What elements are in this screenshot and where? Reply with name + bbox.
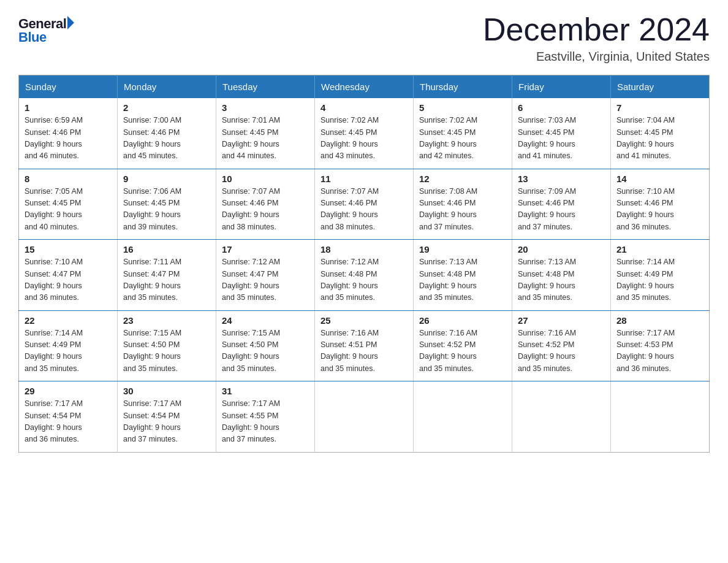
day-number: 25 (320, 315, 408, 326)
day-info: Sunrise: 7:16 AMSunset: 4:52 PMDaylight:… (518, 327, 605, 375)
calendar-day-cell: 18Sunrise: 7:12 AMSunset: 4:48 PMDayligh… (315, 240, 414, 311)
calendar-day-cell: 5Sunrise: 7:02 AMSunset: 4:45 PMDaylight… (414, 98, 512, 169)
day-info: Sunrise: 7:02 AMSunset: 4:45 PMDaylight:… (419, 115, 506, 163)
day-number: 19 (419, 244, 506, 255)
day-info: Sunrise: 7:14 AMSunset: 4:49 PMDaylight:… (616, 256, 703, 304)
day-number: 3 (222, 102, 309, 113)
page-header: General Blue December 2024 Eastville, Vi… (18, 12, 710, 64)
calendar-day-cell: 30Sunrise: 7:17 AMSunset: 4:54 PMDayligh… (118, 381, 216, 453)
logo-blue-text: Blue (18, 29, 47, 45)
day-info: Sunrise: 7:02 AMSunset: 4:45 PMDaylight:… (320, 115, 408, 163)
day-number: 4 (320, 102, 408, 113)
logo-arrow-icon (67, 16, 74, 29)
calendar-day-cell: 3Sunrise: 7:01 AMSunset: 4:45 PMDaylight… (216, 98, 315, 169)
day-number: 26 (419, 315, 506, 326)
calendar-day-cell: 27Sunrise: 7:16 AMSunset: 4:52 PMDayligh… (512, 310, 611, 381)
logo: General Blue (18, 12, 74, 45)
day-number: 21 (616, 244, 703, 255)
day-number: 30 (123, 386, 210, 396)
day-number: 20 (518, 244, 605, 255)
day-info: Sunrise: 7:07 AMSunset: 4:46 PMDaylight:… (222, 186, 309, 234)
weekday-header-row: SundayMondayTuesdayWednesdayThursdayFrid… (19, 75, 710, 99)
day-info: Sunrise: 7:09 AMSunset: 4:46 PMDaylight:… (518, 186, 605, 234)
calendar-day-cell: 16Sunrise: 7:11 AMSunset: 4:47 PMDayligh… (118, 240, 216, 311)
calendar-day-cell: 9Sunrise: 7:06 AMSunset: 4:45 PMDaylight… (118, 169, 216, 240)
calendar-day-cell: 21Sunrise: 7:14 AMSunset: 4:49 PMDayligh… (611, 240, 710, 311)
day-number: 2 (123, 102, 210, 113)
day-number: 10 (222, 174, 309, 184)
day-number: 29 (25, 386, 112, 396)
day-number: 7 (616, 102, 703, 113)
day-info: Sunrise: 7:05 AMSunset: 4:45 PMDaylight:… (25, 186, 112, 234)
day-number: 9 (123, 174, 210, 184)
calendar-day-cell: 1Sunrise: 6:59 AMSunset: 4:46 PMDaylight… (19, 98, 118, 169)
day-number: 5 (419, 102, 506, 113)
calendar-week-row: 15Sunrise: 7:10 AMSunset: 4:47 PMDayligh… (19, 240, 710, 311)
day-number: 23 (123, 315, 210, 326)
day-info: Sunrise: 7:13 AMSunset: 4:48 PMDaylight:… (518, 256, 605, 304)
weekday-header-wednesday: Wednesday (315, 75, 414, 99)
day-info: Sunrise: 6:59 AMSunset: 4:46 PMDaylight:… (25, 115, 112, 163)
calendar-week-row: 22Sunrise: 7:14 AMSunset: 4:49 PMDayligh… (19, 310, 710, 381)
calendar-day-cell: 4Sunrise: 7:02 AMSunset: 4:45 PMDaylight… (315, 98, 414, 169)
calendar-day-cell: 20Sunrise: 7:13 AMSunset: 4:48 PMDayligh… (512, 240, 611, 311)
day-number: 12 (419, 174, 506, 184)
calendar-day-cell: 15Sunrise: 7:10 AMSunset: 4:47 PMDayligh… (19, 240, 118, 311)
day-number: 11 (320, 174, 408, 184)
calendar-table: SundayMondayTuesdayWednesdayThursdayFrid… (18, 75, 710, 453)
day-number: 1 (25, 102, 112, 113)
day-number: 14 (616, 174, 703, 184)
day-info: Sunrise: 7:04 AMSunset: 4:45 PMDaylight:… (616, 115, 703, 163)
day-info: Sunrise: 7:06 AMSunset: 4:45 PMDaylight:… (123, 186, 210, 234)
calendar-day-cell: 7Sunrise: 7:04 AMSunset: 4:45 PMDaylight… (611, 98, 710, 169)
day-number: 16 (123, 244, 210, 255)
day-info: Sunrise: 7:14 AMSunset: 4:49 PMDaylight:… (25, 327, 112, 375)
calendar-day-cell: 12Sunrise: 7:08 AMSunset: 4:46 PMDayligh… (414, 169, 512, 240)
day-info: Sunrise: 7:12 AMSunset: 4:47 PMDaylight:… (222, 256, 309, 304)
calendar-empty-cell (512, 381, 611, 453)
calendar-empty-cell (414, 381, 512, 453)
day-number: 17 (222, 244, 309, 255)
day-info: Sunrise: 7:17 AMSunset: 4:54 PMDaylight:… (123, 398, 210, 446)
calendar-day-cell: 17Sunrise: 7:12 AMSunset: 4:47 PMDayligh… (216, 240, 315, 311)
day-info: Sunrise: 7:08 AMSunset: 4:46 PMDaylight:… (419, 186, 506, 234)
day-info: Sunrise: 7:17 AMSunset: 4:53 PMDaylight:… (616, 327, 703, 375)
day-number: 31 (222, 386, 309, 396)
weekday-header-tuesday: Tuesday (216, 75, 315, 99)
calendar-day-cell: 31Sunrise: 7:17 AMSunset: 4:55 PMDayligh… (216, 381, 315, 453)
calendar-day-cell: 25Sunrise: 7:16 AMSunset: 4:51 PMDayligh… (315, 310, 414, 381)
calendar-day-cell: 6Sunrise: 7:03 AMSunset: 4:45 PMDaylight… (512, 98, 611, 169)
day-number: 13 (518, 174, 605, 184)
calendar-day-cell: 11Sunrise: 7:07 AMSunset: 4:46 PMDayligh… (315, 169, 414, 240)
title-block: December 2024 Eastville, Virginia, Unite… (483, 12, 710, 64)
day-number: 28 (616, 315, 703, 326)
calendar-week-row: 29Sunrise: 7:17 AMSunset: 4:54 PMDayligh… (19, 381, 710, 453)
calendar-day-cell: 13Sunrise: 7:09 AMSunset: 4:46 PMDayligh… (512, 169, 611, 240)
calendar-day-cell: 22Sunrise: 7:14 AMSunset: 4:49 PMDayligh… (19, 310, 118, 381)
calendar-empty-cell (611, 381, 710, 453)
weekday-header-saturday: Saturday (611, 75, 710, 99)
calendar-day-cell: 24Sunrise: 7:15 AMSunset: 4:50 PMDayligh… (216, 310, 315, 381)
weekday-header-monday: Monday (118, 75, 216, 99)
location-subtitle: Eastville, Virginia, United States (483, 50, 710, 64)
day-info: Sunrise: 7:03 AMSunset: 4:45 PMDaylight:… (518, 115, 605, 163)
day-number: 27 (518, 315, 605, 326)
day-info: Sunrise: 7:10 AMSunset: 4:46 PMDaylight:… (616, 186, 703, 234)
day-info: Sunrise: 7:16 AMSunset: 4:52 PMDaylight:… (419, 327, 506, 375)
weekday-header-friday: Friday (512, 75, 611, 99)
day-info: Sunrise: 7:17 AMSunset: 4:54 PMDaylight:… (25, 398, 112, 446)
day-info: Sunrise: 7:16 AMSunset: 4:51 PMDaylight:… (320, 327, 408, 375)
day-info: Sunrise: 7:12 AMSunset: 4:48 PMDaylight:… (320, 256, 408, 304)
day-info: Sunrise: 7:15 AMSunset: 4:50 PMDaylight:… (222, 327, 309, 375)
calendar-day-cell: 2Sunrise: 7:00 AMSunset: 4:46 PMDaylight… (118, 98, 216, 169)
month-title: December 2024 (483, 12, 710, 47)
calendar-day-cell: 8Sunrise: 7:05 AMSunset: 4:45 PMDaylight… (19, 169, 118, 240)
calendar-day-cell: 19Sunrise: 7:13 AMSunset: 4:48 PMDayligh… (414, 240, 512, 311)
calendar-day-cell: 23Sunrise: 7:15 AMSunset: 4:50 PMDayligh… (118, 310, 216, 381)
day-number: 22 (25, 315, 112, 326)
day-number: 6 (518, 102, 605, 113)
day-number: 8 (25, 174, 112, 184)
day-number: 15 (25, 244, 112, 255)
calendar-week-row: 8Sunrise: 7:05 AMSunset: 4:45 PMDaylight… (19, 169, 710, 240)
weekday-header-sunday: Sunday (19, 75, 118, 99)
